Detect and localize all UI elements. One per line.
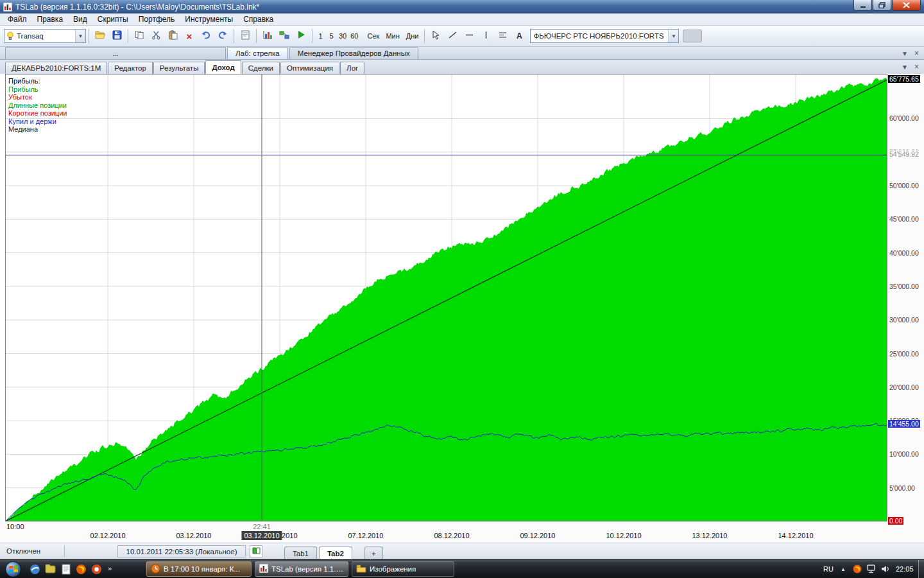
paste-button[interactable]: [164, 28, 181, 44]
firefox-icon[interactable]: [74, 563, 88, 576]
show-hidden-icons-arrow[interactable]: ▲: [841, 566, 846, 572]
taskbar-clock[interactable]: 22:05: [896, 565, 914, 573]
taskbar-button[interactable]: TSLab (версия 1.1.1...: [255, 561, 348, 577]
tray-firefox-icon[interactable]: [852, 564, 862, 574]
chart-view-button[interactable]: [259, 28, 276, 44]
timeframe-unit-button[interactable]: Дни: [403, 30, 422, 42]
trend-line-tool-button[interactable]: [444, 28, 461, 44]
view-tab[interactable]: Лог: [340, 62, 364, 74]
vertical-line-tool-button[interactable]: [477, 28, 494, 44]
taskbar-button[interactable]: Изображения: [352, 561, 454, 577]
workspace-tab[interactable]: Tab1: [284, 547, 317, 559]
language-indicator[interactable]: RU: [823, 565, 834, 573]
y-axis-tick-label: 10'000.00: [889, 450, 919, 458]
redo-button[interactable]: [214, 28, 231, 44]
tslab-app-icon[interactable]: [3, 3, 12, 12]
timeframe-number-button[interactable]: 30: [337, 30, 348, 42]
workspace-tab[interactable]: Tab2: [319, 547, 352, 559]
close-panel-icon[interactable]: ×: [914, 62, 919, 71]
menu-item[interactable]: Правка: [32, 14, 69, 24]
window-menu-icon[interactable]: ▼: [902, 50, 908, 57]
close-panel-icon[interactable]: ×: [914, 49, 919, 58]
menu-item[interactable]: Портфель: [133, 14, 180, 24]
open-button[interactable]: [92, 28, 108, 44]
equity-chart-plot[interactable]: [5, 74, 887, 521]
y-axis-marker-buyhold: 14'455.00: [888, 420, 920, 428]
add-workspace-tab-button[interactable]: +: [364, 547, 383, 559]
script-scheme-button[interactable]: [276, 28, 293, 44]
view-tab[interactable]: Сделки: [242, 62, 280, 74]
x-axis-session-label: 10:00: [6, 523, 24, 530]
text-tool-icon: A: [517, 31, 522, 40]
explorer-icon[interactable]: [44, 563, 57, 576]
pointer-tool-button[interactable]: [427, 28, 444, 44]
delete-button[interactable]: ×: [181, 28, 198, 44]
timeframe-number-button[interactable]: 1: [315, 30, 326, 42]
scissors-icon: [151, 30, 161, 42]
chevron-down-icon[interactable]: ▼: [75, 30, 85, 42]
maximize-button[interactable]: [873, 0, 891, 11]
browser-icon[interactable]: [28, 563, 42, 576]
taskbar-button[interactable]: В 17:00 10 января: К...: [146, 561, 252, 577]
statusbar-separator: [64, 545, 65, 557]
journal-button[interactable]: [250, 545, 262, 557]
legend-item: Короткие позиции: [8, 109, 67, 118]
window-menu-icon[interactable]: ▼: [902, 64, 908, 71]
y-axis-marker-zero: 0.00: [888, 517, 903, 525]
instrument-label: ФЬЮЧЕРС РТС НОЯБРЬ2010:FORTS: [531, 32, 668, 40]
menu-item[interactable]: Вид: [68, 14, 92, 24]
undo-button[interactable]: [198, 28, 214, 44]
undo-arrow-icon: [201, 30, 211, 42]
copy-button[interactable]: [131, 28, 148, 44]
toolbar-separator: [256, 29, 257, 43]
timeframe-unit-group: СекМинДни: [364, 30, 422, 42]
document-tab[interactable]: Лаб: стрелка: [227, 47, 288, 59]
x-axis-date-label: 03.12.2010: [176, 532, 211, 539]
y-axis-tick-label: 50'000.00: [889, 182, 919, 189]
view-tab[interactable]: Оптимизация: [280, 62, 339, 74]
run-button[interactable]: [293, 28, 309, 44]
view-tab[interactable]: ДЕКАБРЬ2010:FORTS:1M: [5, 62, 107, 74]
timeframe-unit-button[interactable]: Сек: [364, 30, 383, 42]
menu-item[interactable]: Справка: [238, 14, 278, 24]
chevron-down-icon[interactable]: ▼: [668, 30, 678, 42]
view-tab[interactable]: Доход: [205, 60, 241, 74]
connection-combo[interactable]: Transaq ▼: [4, 29, 86, 43]
y-axis-tick-label: 35'000.00: [889, 283, 919, 290]
bar-chart-icon: [262, 30, 273, 42]
menu-item[interactable]: Скрипты: [92, 14, 133, 24]
instrument-combo[interactable]: ФЬЮЧЕРС РТС НОЯБРЬ2010:FORTS ▼: [530, 29, 679, 43]
quicklaunch-overflow-chevron[interactable]: »: [108, 565, 112, 572]
text-tool-button[interactable]: A: [511, 28, 527, 44]
cut-button[interactable]: [148, 28, 164, 44]
document-tab[interactable]: Менеджер Провайдеров Данных: [289, 47, 418, 59]
show-desktop-button[interactable]: [918, 560, 924, 578]
folder-icon: [356, 565, 366, 574]
x-axis-date-label: 08.12.2010: [434, 532, 469, 539]
mail-agent-icon[interactable]: [90, 563, 103, 576]
notepad-icon[interactable]: [59, 563, 73, 576]
levels-icon: [498, 30, 508, 42]
start-button[interactable]: [5, 561, 21, 577]
volume-icon[interactable]: [880, 564, 891, 574]
horizontal-line-tool-button[interactable]: [461, 28, 477, 44]
minimize-button[interactable]: [853, 0, 872, 11]
menu-item[interactable]: Файл: [3, 14, 32, 24]
y-axis: 60'000.0055'000.0050'000.0045'000.0040'0…: [887, 74, 924, 543]
view-tab[interactable]: Результаты: [153, 62, 205, 74]
report-button[interactable]: [237, 28, 253, 44]
tslab-icon: [259, 564, 268, 574]
collapsed-panel-tab[interactable]: ...: [5, 47, 226, 59]
toolbar-separator: [234, 29, 234, 43]
network-icon[interactable]: [866, 564, 877, 574]
timeframe-number-button[interactable]: 60: [348, 30, 360, 42]
timeframe-number-button[interactable]: 5: [326, 30, 337, 42]
close-button[interactable]: [892, 0, 921, 11]
reminder-icon: [151, 564, 160, 575]
view-tab[interactable]: Редактор: [108, 62, 153, 74]
levels-tool-button[interactable]: [494, 28, 511, 44]
cursor-arrow-icon: [432, 30, 440, 42]
menu-item[interactable]: Инструменты: [180, 14, 238, 24]
save-button[interactable]: [108, 28, 125, 44]
timeframe-unit-button[interactable]: Мин: [382, 30, 402, 42]
